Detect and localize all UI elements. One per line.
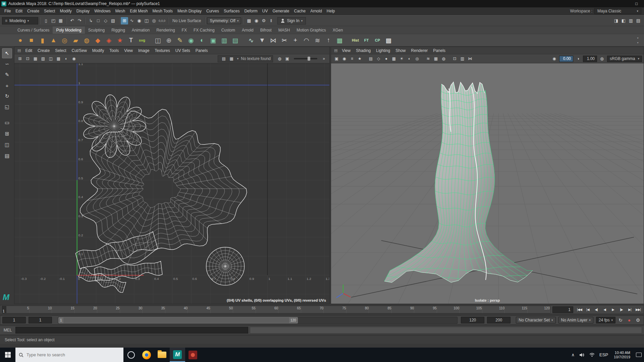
uv-grid-snap-icon[interactable]: ⊡ xyxy=(24,55,32,62)
range-slider[interactable]: 1 120 xyxy=(58,317,458,324)
image-dim-slider[interactable] xyxy=(294,58,317,59)
reduce-icon[interactable]: ▼ xyxy=(257,35,268,46)
select-camera-icon[interactable]: ▣ xyxy=(333,55,340,62)
poly-torus-icon[interactable]: ◎ xyxy=(59,35,70,46)
motion-blur-icon[interactable]: ≋ xyxy=(424,55,432,62)
shelf-tab[interactable]: Animation xyxy=(128,26,153,34)
layout-single-pane-button[interactable]: ▭ xyxy=(2,118,12,128)
command-line-input[interactable] xyxy=(15,327,248,334)
shelf-tab[interactable]: Poly Modeling xyxy=(53,26,85,34)
poly-sphere-icon[interactable]: ● xyxy=(15,35,26,46)
modeling-toolkit-toggle-icon[interactable]: ▤ xyxy=(635,17,642,24)
language-indicator[interactable]: ESP xyxy=(597,348,610,362)
panel-menu-item[interactable]: View xyxy=(339,47,353,54)
persp-3d-canvas[interactable] xyxy=(331,63,644,304)
step-back-key-button[interactable]: ◀| xyxy=(592,306,600,313)
symmetry-selector[interactable]: Symmetry: Off ▾ xyxy=(207,17,241,24)
save-scene-icon[interactable]: ▦ xyxy=(57,17,64,24)
shelf-options-button[interactable]: ▾ xyxy=(632,40,643,45)
firefox-taskbar-button[interactable] xyxy=(139,348,154,362)
anim-layer-selector[interactable]: No Anim Layer ▾ xyxy=(558,317,593,323)
target-weld-icon[interactable]: + xyxy=(290,35,301,46)
playback-end-field[interactable]: 120 xyxy=(461,317,484,323)
time-slider[interactable]: 1 51015202530354045505560657075808590951… xyxy=(2,306,550,313)
wireframe-mode-icon[interactable]: ◇ xyxy=(375,55,382,62)
move-tool-icon[interactable]: + xyxy=(2,80,12,90)
menu-item[interactable]: Cache xyxy=(291,7,308,15)
exposure-icon[interactable]: ◉ xyxy=(550,55,558,62)
slider-handle[interactable] xyxy=(308,57,310,61)
volume-icon[interactable] xyxy=(577,348,587,362)
channel-box-toggle-icon[interactable]: ▥ xyxy=(627,17,635,24)
action-center-button[interactable] xyxy=(634,348,644,362)
shelf-tab[interactable]: FX Caching xyxy=(190,26,218,34)
range-end-handle[interactable]: 120 xyxy=(289,317,298,323)
auto-keyframe-icon[interactable]: ● xyxy=(626,316,633,324)
panel-menu-item[interactable]: Textures xyxy=(152,47,172,54)
boolean-difference-icon[interactable]: ◐ xyxy=(197,35,208,46)
layout-split-pane-button[interactable]: ◫ xyxy=(2,140,12,150)
taskbar-clock[interactable]: 10:40 AM 10/7/2019 xyxy=(610,351,634,359)
layout-four-pane-button[interactable]: ⊞ xyxy=(2,129,12,139)
menu-item[interactable]: Select xyxy=(42,7,57,15)
separate-icon[interactable]: ▥ xyxy=(219,35,230,46)
poly-cone-icon[interactable]: ▲ xyxy=(48,35,59,46)
snap-to-plane-icon[interactable]: ◫ xyxy=(143,17,150,24)
pixel-snap-icon[interactable]: ▦ xyxy=(32,55,39,62)
image-plane-icon[interactable]: ▤ xyxy=(367,55,375,62)
use-all-lights-icon[interactable]: ☀ xyxy=(398,55,406,62)
extrude-icon[interactable]: ↑ xyxy=(323,35,334,46)
dim-image-icon[interactable]: ◐ xyxy=(62,55,70,62)
bevel-icon[interactable]: ◠ xyxy=(301,35,312,46)
step-forward-key-button[interactable]: |▶ xyxy=(617,306,626,313)
menu-item[interactable]: Windows xyxy=(92,7,113,15)
menu-item[interactable]: Modify xyxy=(57,7,74,15)
shelf-tab[interactable]: Motion Graphics xyxy=(293,26,329,34)
textured-mode-icon[interactable]: ▩ xyxy=(390,55,398,62)
fps-selector[interactable]: 24 fps ▾ xyxy=(596,317,615,323)
tray-chevron-icon[interactable]: ∧ xyxy=(569,348,577,362)
shelf-tab[interactable]: Rendering xyxy=(153,26,178,34)
panel-menu-icon[interactable]: ▤ xyxy=(17,48,21,53)
shelf-tab[interactable]: MASH xyxy=(275,26,293,34)
shade-uvs-icon[interactable]: ▧ xyxy=(39,55,47,62)
checkered-tiles-icon[interactable]: ▩ xyxy=(55,55,62,62)
sign-in-button[interactable]: Sign In ▾ xyxy=(277,17,306,24)
file-explorer-taskbar-button[interactable] xyxy=(154,348,170,362)
panel-menu-item[interactable]: Select xyxy=(52,47,69,54)
maya-taskbar-button[interactable]: M xyxy=(170,348,185,362)
undo-icon[interactable]: ↶ xyxy=(68,17,76,24)
step-forward-frame-button[interactable]: ▶| xyxy=(626,306,634,313)
panel-menu-item[interactable]: Cut/Sew xyxy=(69,47,89,54)
menu-item[interactable]: Mesh Display xyxy=(175,7,204,15)
attribute-editor-toggle-icon[interactable]: ◨ xyxy=(612,17,620,24)
quad-draw-icon[interactable]: ▦ xyxy=(334,35,345,46)
redo-icon[interactable]: ↷ xyxy=(76,17,83,24)
poly-superellipse-icon[interactable]: ◈ xyxy=(103,35,114,46)
shelf-tab[interactable]: Curves / Surfaces xyxy=(14,26,53,34)
lock-camera-icon[interactable]: ◉ xyxy=(340,55,348,62)
shadows-icon[interactable]: ◐ xyxy=(406,55,413,62)
xray-joints-icon[interactable]: ⋈ xyxy=(466,55,474,62)
pause-icon[interactable]: ‖ xyxy=(267,17,275,24)
panel-menu-item[interactable]: UV Sets xyxy=(173,47,193,54)
rotate-tool-icon[interactable]: ↻ xyxy=(2,91,12,101)
select-tool-icon[interactable]: ↖ xyxy=(2,48,12,58)
color-management-icon[interactable]: ◍ xyxy=(598,55,606,62)
panel-menu-item[interactable]: Edit xyxy=(22,47,35,54)
sculpt-tool-icon[interactable]: ✎ xyxy=(174,35,185,46)
snap-to-curve-icon[interactable]: ∿ xyxy=(128,17,136,24)
select-by-component-icon[interactable]: ◇ xyxy=(102,17,109,24)
shaded-mode-icon[interactable]: ● xyxy=(382,55,390,62)
select-by-object-icon[interactable]: □ xyxy=(95,17,102,24)
history-toggle-button[interactable]: Hist xyxy=(350,35,361,46)
shelf-tab[interactable]: Bifrost xyxy=(257,26,275,34)
go-to-start-button[interactable]: |◀◀ xyxy=(575,306,584,313)
multisample-icon[interactable]: ▦ xyxy=(432,55,440,62)
texture-borders-icon[interactable]: ◫ xyxy=(47,55,55,62)
paint-select-tool-icon[interactable]: ✎ xyxy=(2,70,12,80)
view-transform-selector[interactable]: sRGB gamma ▾ xyxy=(607,56,642,62)
snap-to-grid-icon[interactable]: ⊞ xyxy=(121,17,128,24)
gamma-icon[interactable]: ◑ xyxy=(574,55,582,62)
panel-menu-item[interactable]: Panels xyxy=(430,47,448,54)
